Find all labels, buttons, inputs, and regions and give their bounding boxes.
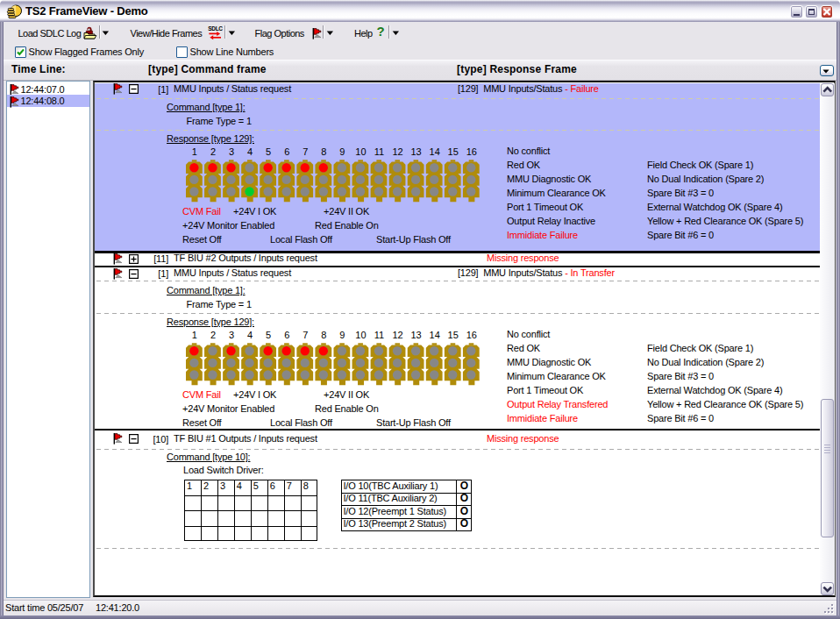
svg-text:7: 7 xyxy=(303,330,308,340)
svg-text:16: 16 xyxy=(466,330,477,340)
svg-text:10: 10 xyxy=(355,330,366,340)
svg-text:9: 9 xyxy=(339,146,345,157)
svg-text:12: 12 xyxy=(392,330,402,340)
svg-text:10: 10 xyxy=(355,146,366,157)
svg-text:5: 5 xyxy=(266,330,271,340)
svg-text:16: 16 xyxy=(466,146,477,157)
svg-text:4: 4 xyxy=(247,330,253,340)
svg-text:4: 4 xyxy=(247,146,253,157)
svg-text:3: 3 xyxy=(229,330,234,340)
svg-text:1: 1 xyxy=(192,330,197,340)
svg-text:6: 6 xyxy=(284,146,289,157)
svg-text:9: 9 xyxy=(339,330,345,340)
svg-text:1: 1 xyxy=(192,146,197,157)
svg-text:11: 11 xyxy=(374,146,384,157)
svg-text:11: 11 xyxy=(374,330,384,340)
svg-text:13: 13 xyxy=(410,146,421,157)
svg-text:14: 14 xyxy=(430,146,440,157)
svg-text:3: 3 xyxy=(229,146,234,157)
svg-text:2: 2 xyxy=(210,146,216,157)
svg-text:6: 6 xyxy=(284,330,289,340)
svg-text:7: 7 xyxy=(303,146,308,157)
svg-text:13: 13 xyxy=(410,330,421,340)
svg-text:15: 15 xyxy=(448,146,459,157)
svg-text:8: 8 xyxy=(321,330,326,340)
svg-text:8: 8 xyxy=(321,146,326,157)
svg-text:12: 12 xyxy=(392,146,402,157)
svg-text:SDLC: SDLC xyxy=(208,25,223,32)
svg-text:2: 2 xyxy=(210,330,216,340)
svg-text:14: 14 xyxy=(430,330,440,340)
svg-text:15: 15 xyxy=(448,330,459,340)
svg-text:5: 5 xyxy=(266,146,271,157)
